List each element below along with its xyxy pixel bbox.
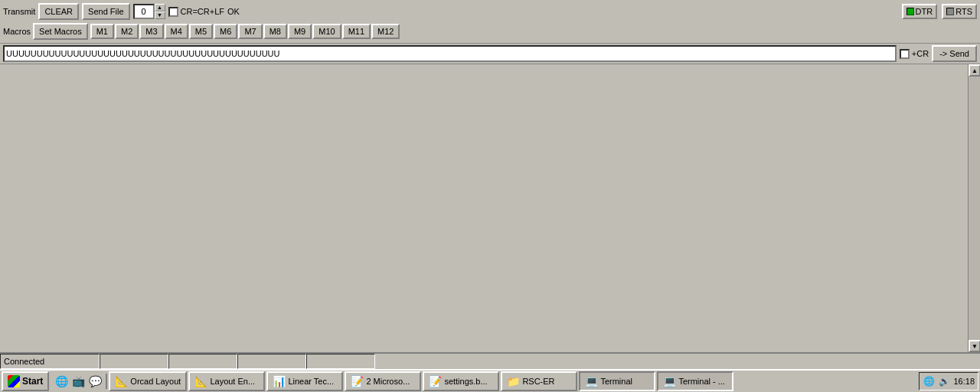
- send-button[interactable]: -> Send: [932, 45, 977, 62]
- status-panel-2: [100, 354, 168, 369]
- spin-input[interactable]: [133, 4, 155, 19]
- taskbar-btn-4[interactable]: 📝settings.b...: [423, 371, 499, 391]
- speaker-tray-icon[interactable]: 🔊: [938, 375, 950, 387]
- status-panel-4: [237, 354, 306, 369]
- macro-m9-button[interactable]: M9: [288, 24, 312, 39]
- connected-label: Connected: [4, 357, 44, 366]
- taskbar-buttons: 📐Orcad Layout📐Layout En...📊Linear Tec...…: [109, 371, 917, 391]
- macro-buttons: M1M2M3M4M5M6M7M8M9M10M11M12: [90, 24, 400, 39]
- cr-crlf-label: CR=CR+LF: [181, 7, 224, 16]
- taskbar-btn-5[interactable]: 📁RSC-ER: [501, 371, 577, 391]
- macro-m4-button[interactable]: M4: [165, 24, 188, 39]
- send-file-button[interactable]: Send File: [82, 3, 129, 20]
- macro-m2-button[interactable]: M2: [115, 24, 139, 39]
- cr-label: +CR: [912, 49, 929, 58]
- macro-m5-button[interactable]: M5: [189, 24, 213, 39]
- rts-led: [946, 8, 954, 15]
- taskbar-btn-6[interactable]: 💻Terminal: [579, 371, 655, 391]
- input-area: +CR -> Send: [0, 44, 980, 64]
- cr-checkbox[interactable]: [900, 49, 910, 59]
- scroll-track[interactable]: [969, 77, 980, 340]
- cr-row: +CR: [900, 49, 929, 59]
- windows-logo-icon: [8, 375, 20, 387]
- rts-label: RTS: [956, 7, 972, 16]
- cr-crlf-checkbox[interactable]: [168, 7, 178, 17]
- set-macros-button[interactable]: Set Macros: [33, 23, 88, 40]
- spin-up[interactable]: ▲: [155, 4, 165, 11]
- dtr-led: [906, 8, 914, 15]
- taskbar: Start 🌐 📺 💬 📐Orcad Layout📐Layout En...📊L…: [0, 369, 980, 392]
- ie-icon[interactable]: 🌐: [54, 374, 69, 389]
- scroll-down-button[interactable]: ▼: [969, 340, 980, 352]
- macros-row: Macros Set Macros M1M2M3M4M5M6M7M8M9M10M…: [3, 21, 977, 41]
- macros-label: Macros: [3, 27, 31, 36]
- system-tray: 🌐 🔊 16:18: [919, 372, 978, 390]
- statusbar: Connected: [0, 352, 980, 369]
- macro-m10-button[interactable]: M10: [312, 24, 341, 39]
- macro-m6-button[interactable]: M6: [214, 24, 237, 39]
- dtr-label: DTR: [916, 7, 933, 16]
- cr-crlf-row: CR=CR+LF: [168, 7, 224, 17]
- transmit-section: Transmit CLEAR Send File ▲ ▼ CR=CR+LF OK…: [0, 0, 980, 44]
- clock: 16:18: [953, 377, 975, 386]
- quick-launch: 🌐 📺 💬: [51, 374, 107, 389]
- connected-status: Connected: [0, 354, 100, 369]
- macro-m7-button[interactable]: M7: [238, 24, 262, 39]
- dtr-rts-area: DTR RTS: [902, 4, 977, 19]
- scroll-up-button[interactable]: ▲: [969, 64, 980, 77]
- spin-down[interactable]: ▼: [155, 11, 165, 19]
- network-tray-icon[interactable]: 🌐: [923, 375, 935, 387]
- dtr-button[interactable]: DTR: [902, 4, 938, 19]
- vertical-scrollbar[interactable]: ▲ ▼: [968, 64, 980, 352]
- ok-label: OK: [227, 7, 240, 16]
- clear-button[interactable]: CLEAR: [38, 3, 79, 20]
- taskbar-btn-2[interactable]: 📊Linear Tec...: [266, 371, 343, 391]
- macro-m3-button[interactable]: M3: [139, 24, 163, 39]
- macro-m1-button[interactable]: M1: [90, 24, 114, 39]
- macro-m11-button[interactable]: M11: [342, 24, 371, 39]
- taskbar-btn-7[interactable]: 💻Terminal - ...: [657, 371, 733, 391]
- start-label: Start: [22, 376, 43, 387]
- macro-m12-button[interactable]: M12: [371, 24, 400, 39]
- messenger-icon[interactable]: 💬: [87, 374, 103, 389]
- transmit-input[interactable]: [3, 45, 897, 62]
- media-icon[interactable]: 📺: [70, 374, 86, 389]
- spin-buttons: ▲ ▼: [155, 4, 165, 19]
- transmit-label: Transmit: [3, 7, 35, 16]
- rts-button[interactable]: RTS: [942, 4, 977, 19]
- taskbar-btn-1[interactable]: 📐Layout En...: [188, 371, 265, 391]
- status-panel-3: [168, 354, 237, 369]
- taskbar-btn-0[interactable]: 📐Orcad Layout: [109, 371, 187, 391]
- status-panel-5: [306, 354, 375, 369]
- taskbar-btn-3[interactable]: 📝2 Microsо...: [345, 371, 421, 391]
- main-content: ▲ ▼: [0, 64, 980, 352]
- start-button[interactable]: Start: [2, 371, 49, 391]
- macro-m8-button[interactable]: M8: [263, 24, 287, 39]
- transmit-row: Transmit CLEAR Send File ▲ ▼ CR=CR+LF OK…: [3, 2, 977, 21]
- spin-container: ▲ ▼: [133, 4, 165, 19]
